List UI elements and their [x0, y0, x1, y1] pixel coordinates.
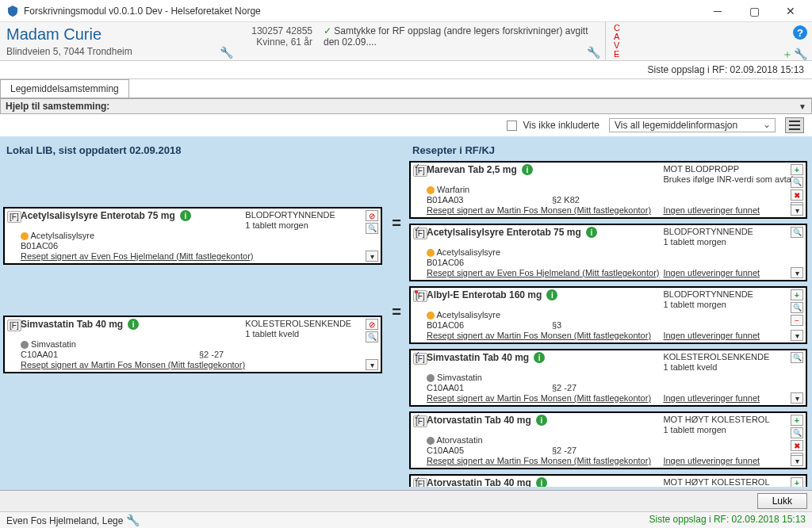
info-icon[interactable]: i [536, 415, 547, 426]
indication: BLODFORTYNNENDE [663, 289, 802, 300]
substance-dot-icon [427, 374, 435, 382]
info-icon[interactable]: i [180, 210, 191, 221]
medication-card[interactable]: [F]Atorvastatin Tab 40 mgiMOT HØYT KOLES… [409, 474, 807, 487]
indication: MOT HØYT KOLESTEROL [663, 415, 802, 425]
expand-button[interactable]: ▾ [791, 267, 803, 278]
info-icon[interactable]: i [522, 164, 533, 175]
inspect-button[interactable]: 🔍 [791, 352, 803, 363]
window-minimize-button[interactable]: ─ [699, 0, 736, 22]
atc-code: B01AC06 [21, 241, 199, 251]
refusjon: §2 K82 [552, 195, 677, 205]
medication-card[interactable]: [F]Albyl-E Enterotab 160 mgiBLODFORTYNNE… [409, 286, 807, 344]
signer: Resept signert av Martin Fos Monsen (Mit… [427, 393, 663, 404]
wrench-icon[interactable]: 🔧 [220, 46, 233, 59]
window-close-button[interactable]: ✕ [772, 0, 809, 22]
dosage: 1 tablett morgen [245, 220, 377, 231]
footer-bar: Lukk [0, 490, 812, 511]
info-icon[interactable]: i [536, 477, 547, 487]
refusjon: §3 [552, 320, 677, 331]
expand-button[interactable]: ▾ [791, 205, 803, 216]
inspect-button[interactable]: 🔍 [791, 302, 803, 313]
no-action-icon[interactable]: ⊘ [366, 210, 378, 221]
utlevering: Ingen utleveringer funnet [663, 331, 802, 341]
statusbar: Even Fos Hjelmeland, Lege 🔧 Siste oppsla… [0, 511, 812, 528]
show-excluded-checkbox[interactable]: Vis ikke inkluderte [507, 120, 599, 131]
indication: KOLESTEROLSENKENDE [245, 319, 377, 329]
medication-card[interactable]: [F]Atorvastatin Tab 40 mgiMOT HØYT KOLES… [409, 411, 807, 469]
equals-column: == [387, 140, 406, 487]
indication: MOT BLODPROPP [663, 164, 802, 174]
info-mode-select[interactable]: Vis all legemiddelinformasjon [609, 118, 776, 132]
warn-icon: ● [414, 286, 419, 297]
add-button[interactable]: + [791, 415, 803, 426]
medication-card[interactable]: [F]Acetylsalisylsyre Enterotab 75 mgiBLO… [3, 207, 382, 265]
add-button[interactable]: + [791, 289, 803, 300]
add-button[interactable]: + [791, 477, 803, 487]
dosage: 1 tablett kveld [663, 362, 802, 373]
inspect-button[interactable]: 🔍 [791, 177, 803, 188]
equals-icon: = [387, 292, 406, 331]
medication-card[interactable]: [F]Marevan Tab 2,5 mgiMOT BLODPROPPBruke… [409, 161, 807, 219]
help-label: Hjelp til samstemming: [6, 101, 109, 112]
help-icon[interactable]: ? [793, 25, 807, 40]
info-icon[interactable]: i [586, 227, 597, 238]
substance: Warfarin [435, 185, 469, 194]
substance: Simvastatin [435, 373, 482, 382]
atc-code: C10AA05 [427, 446, 552, 456]
refusjon: §2 -27 [552, 383, 677, 393]
filter-row: Vis ikke inkluderte Vis all legemiddelin… [0, 114, 812, 136]
info-icon[interactable]: i [128, 319, 139, 330]
no-action-icon[interactable]: ⊘ [366, 319, 378, 330]
tab-legemiddelsamstemming[interactable]: Legemiddelsamstemming [0, 79, 129, 98]
status-user: Even Fos Hjelmeland, Lege [6, 515, 123, 526]
inspect-button[interactable]: 🔍 [366, 223, 378, 234]
info-icon[interactable]: i [534, 352, 545, 363]
refusjon: §2 -27 [199, 350, 377, 360]
signer: Resept signert av Martin Fos Monsen (Mit… [427, 331, 663, 341]
indication: BLODFORTYNNENDE [245, 210, 377, 220]
left-list: [F]Acetylsalisylsyre Enterotab 75 mgiBLO… [3, 161, 384, 487]
utlevering: Ingen utleveringer funnet [663, 205, 802, 216]
medication-card[interactable]: [F]Simvastatin Tab 40 mgiKOLESTEROLSENKE… [3, 316, 382, 373]
inspect-button[interactable]: 🔍 [791, 227, 803, 238]
check-icon: ✓ [414, 224, 420, 234]
patient-address: Blindveien 5, 7044 Trondheim [6, 46, 232, 57]
indication: BLODFORTYNNENDE [663, 227, 802, 237]
expand-button[interactable]: ▾ [791, 392, 803, 404]
consent-text: Samtykke for RF oppslag (andre legers fo… [324, 25, 588, 48]
med-name: Acetylsalisylsyre Enterotab 75 mg [21, 210, 175, 221]
left-column-title: Lokal LIB, sist oppdatert 02.09.2018 [3, 140, 384, 161]
expand-button[interactable]: ▾ [791, 455, 803, 466]
delete-button[interactable]: ✖ [791, 440, 803, 451]
dosage: 1 tablett kveld [245, 329, 377, 339]
app-icon [6, 5, 19, 17]
indication: MOT HØYT KOLESTEROL [663, 477, 802, 487]
med-name: Atorvastatin Tab 40 mg [427, 415, 531, 426]
menu-icon[interactable] [785, 117, 804, 133]
add-icon[interactable]: ＋ [782, 50, 793, 59]
dosage: Brukes ifølge INR-verdi som avtalt med..… [663, 174, 802, 185]
close-button[interactable]: Lukk [757, 493, 807, 509]
window-maximize-button[interactable]: ▢ [736, 0, 772, 22]
add-button[interactable]: + [791, 164, 803, 175]
right-list: [F]Marevan Tab 2,5 mgiMOT BLODPROPPBruke… [409, 161, 809, 487]
help-bar[interactable]: Hjelp til samstemming: ▼ [0, 98, 812, 114]
wrench-icon[interactable]: 🔧 [126, 514, 140, 526]
remove-button[interactable]: − [791, 315, 803, 326]
delete-button[interactable]: ✖ [791, 189, 803, 201]
dosage: 1 tablett morgen [663, 237, 802, 247]
inspect-button[interactable]: 🔍 [366, 331, 378, 342]
med-name: Acetylsalisylsyre Enterotab 75 mg [427, 227, 581, 238]
patient-id: 130257 42855 [243, 25, 312, 36]
wrench-icon[interactable]: 🔧 [794, 50, 807, 59]
medication-card[interactable]: [F]Simvastatin Tab 40 mgiKOLESTEROLSENKE… [409, 349, 807, 407]
medication-card[interactable]: [F]Acetylsalisylsyre Enterotab 75 mgiBLO… [409, 224, 807, 281]
check-icon: ✓ [414, 349, 420, 359]
inspect-button[interactable]: 🔍 [791, 427, 803, 438]
expand-button[interactable]: ▾ [366, 251, 378, 262]
wrench-icon[interactable]: 🔧 [587, 46, 600, 59]
expand-button[interactable]: ▾ [791, 330, 803, 341]
signer: Resept signert av Even Fos Hjelmeland (M… [427, 268, 663, 278]
info-icon[interactable]: i [546, 289, 557, 300]
expand-button[interactable]: ▾ [366, 359, 378, 370]
